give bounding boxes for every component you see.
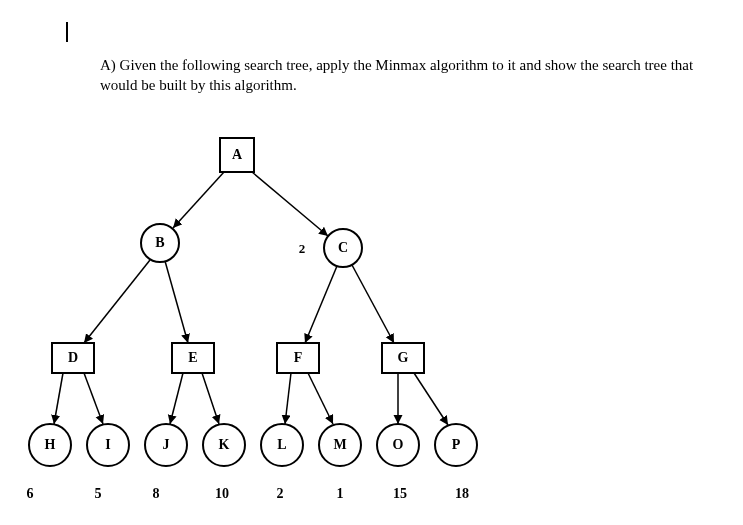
edge-D-I — [84, 373, 103, 424]
leaf-value-P: 18 — [455, 486, 469, 501]
edge-A-C — [252, 172, 328, 236]
node-P-label: P — [452, 437, 461, 452]
node-E-label: E — [188, 350, 197, 365]
leaf-value-H: 6 — [27, 486, 34, 501]
edge-F-L — [285, 373, 291, 424]
leaf-value-L: 2 — [277, 486, 284, 501]
edge-F-M — [308, 373, 333, 424]
node-C-label: C — [338, 240, 348, 255]
edge-C-F — [305, 266, 337, 343]
tree-svg: 2 A B C D E F G — [0, 0, 743, 525]
edge-B-D — [84, 260, 150, 343]
node-F-label: F — [294, 350, 303, 365]
edge-E-K — [202, 373, 219, 424]
node-O-label: O — [393, 437, 404, 452]
edge-C-G — [352, 265, 394, 343]
leaf-value-O: 15 — [393, 486, 407, 501]
node-M-label: M — [333, 437, 346, 452]
edge-D-H — [54, 373, 63, 424]
leaf-value-M: 1 — [337, 486, 344, 501]
node-J-label: J — [163, 437, 170, 452]
leaf-value-I: 5 — [95, 486, 102, 501]
node-D-label: D — [68, 350, 78, 365]
node-L-label: L — [277, 437, 286, 452]
leaf-value-J: 8 — [153, 486, 160, 501]
leaf-value-K: 10 — [215, 486, 229, 501]
node-A-label: A — [232, 147, 243, 162]
edge-label-A-C: 2 — [299, 241, 306, 256]
page-canvas: A) Given the following search tree, appl… — [0, 0, 743, 525]
node-G-label: G — [398, 350, 409, 365]
edge-E-J — [170, 373, 183, 424]
node-H-label: H — [45, 437, 56, 452]
node-I-label: I — [105, 437, 110, 452]
node-B-label: B — [155, 235, 164, 250]
edge-G-P — [414, 373, 448, 425]
edge-B-E — [165, 261, 188, 343]
edge-A-B — [173, 172, 224, 228]
node-K-label: K — [219, 437, 230, 452]
